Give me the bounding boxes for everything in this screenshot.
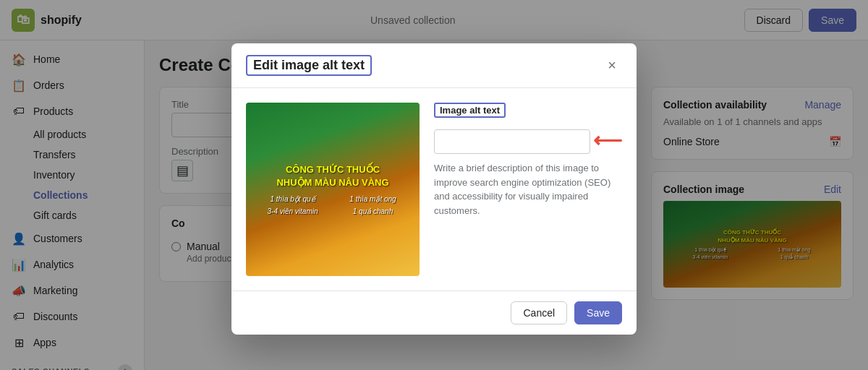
modal-save-button[interactable]: Save [574,301,622,324]
modal-body: CÔNG THỨC THUỐC NHUỘM MÀU NÂU VÀNG 1 thì… [231,88,637,291]
modal-food-title: CÔNG THỨC THUỐC NHUỘM MÀU NÂU VÀNG [276,163,388,189]
modal-cancel-button[interactable]: Cancel [511,301,567,324]
modal-input-row: ⟵ [434,126,622,154]
edit-alt-text-modal: Edit image alt text × CÔNG THỨC THUỐC NH… [231,43,637,335]
arrow-icon: ⟵ [593,129,622,152]
modal-field-row: Image alt text [434,103,622,122]
modal-food-items: 1 thìa bột quế 1 thìa mật ong 3-4 viên v… [255,195,411,215]
modal-food-image: CÔNG THỨC THUỐC NHUỘM MÀU NÂU VÀNG 1 thì… [246,103,420,276]
modal-header: Edit image alt text × [231,43,637,88]
modal-help-text: Write a brief description of this image … [434,161,622,218]
modal-title: Edit image alt text [246,55,372,76]
modal-overlay: Edit image alt text × CÔNG THỨC THUỐC NH… [0,0,868,370]
modal-image: CÔNG THỨC THUỐC NHUỘM MÀU NÂU VÀNG 1 thì… [246,103,420,276]
modal-right-panel: Image alt text ⟵ Write a brief descripti… [434,103,622,276]
alt-text-input[interactable] [434,129,590,154]
modal-footer: Cancel Save [231,291,637,335]
alt-text-field-label: Image alt text [434,103,506,118]
modal-close-button[interactable]: × [602,56,622,76]
